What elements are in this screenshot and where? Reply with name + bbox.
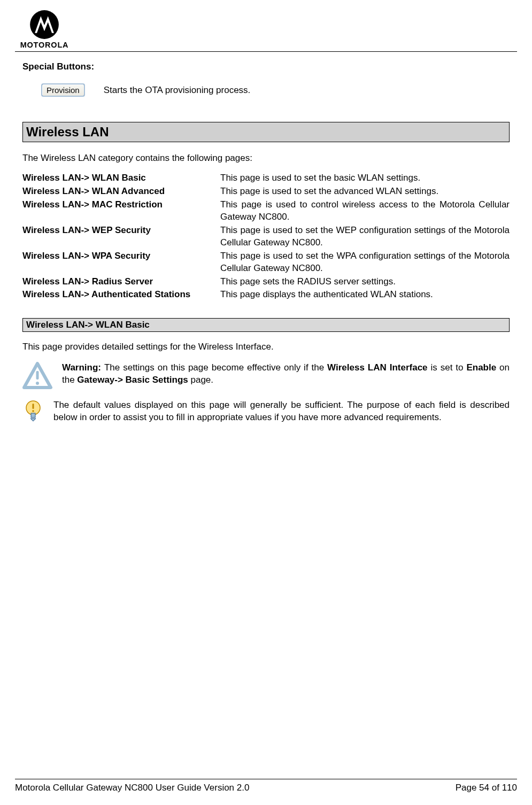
nav-label: Wireless LAN-> Authenticated Stations [22,289,220,302]
nav-desc: This page is used to control wireless ac… [220,199,510,225]
nav-label: Wireless LAN-> WEP Security [22,225,220,250]
provision-button[interactable]: Provision [42,84,84,96]
motorola-icon [29,10,59,40]
special-buttons-heading: Special Buttons: [22,61,510,72]
nav-desc: This page is used to set the advanced WL… [220,185,510,199]
svg-rect-5 [33,404,34,409]
svg-point-6 [32,411,34,413]
nav-row: Wireless LAN-> Authenticated Stations Th… [22,289,510,302]
tip-icon [22,399,44,424]
nav-label: Wireless LAN-> Radius Server [22,276,220,289]
nav-row: Wireless LAN-> Radius Server This page s… [22,276,510,289]
svg-point-2 [36,382,39,385]
nav-row: Wireless LAN-> WEP Security This page is… [22,225,510,250]
nav-label: Wireless LAN-> WPA Security [22,250,220,276]
footer-left: Motorola Cellular Gateway NC800 User Gui… [15,783,249,793]
nav-desc: This page displays the authenticated WLA… [220,289,510,302]
svg-rect-4 [31,413,35,417]
nav-row: Wireless LAN-> WPA Security This page is… [22,250,510,276]
sub-section-intro: This page provides detailed settings for… [22,342,510,352]
warning-text: Warning: The settings on this page becom… [62,362,510,390]
nav-desc: This page is used to set the WPA configu… [220,250,510,276]
nav-desc: This page is used to set the WEP configu… [220,225,510,250]
nav-row: Wireless LAN-> WLAN Basic This page is u… [22,172,510,185]
tip-text: The default values displayed on this pag… [53,399,510,424]
section-title-wireless-lan: Wireless LAN [22,122,510,142]
svg-rect-1 [36,371,39,380]
brand-name: MOTOROLA [20,41,69,49]
sub-section-title: Wireless LAN-> WLAN Basic [22,318,510,332]
provision-description: Starts the OTA provisioning process. [104,85,251,96]
provision-row: Provision Starts the OTA provisioning pr… [42,84,510,96]
nav-row: Wireless LAN-> WLAN Advanced This page i… [22,185,510,199]
footer-right: Page 54 of 110 [456,783,517,793]
page-footer: Motorola Cellular Gateway NC800 User Gui… [15,779,517,793]
tip-callout: The default values displayed on this pag… [22,399,510,424]
nav-label: Wireless LAN-> MAC Restriction [22,199,220,225]
nav-label: Wireless LAN-> WLAN Advanced [22,185,220,199]
nav-row: Wireless LAN-> MAC Restriction This page… [22,199,510,225]
section-intro: The Wireless LAN category contains the f… [22,153,510,164]
nav-desc: This page is used to set the basic WLAN … [220,172,510,185]
warning-callout: Warning: The settings on this page becom… [22,362,510,390]
brand-logo: MOTOROLA [15,10,74,49]
warning-icon [22,362,52,390]
nav-desc: This page sets the RADIUS server setting… [220,276,510,289]
svg-point-0 [30,10,59,39]
page-header: MOTOROLA [15,10,517,52]
nav-label: Wireless LAN-> WLAN Basic [22,172,220,185]
nav-table: Wireless LAN-> WLAN Basic This page is u… [22,172,510,302]
